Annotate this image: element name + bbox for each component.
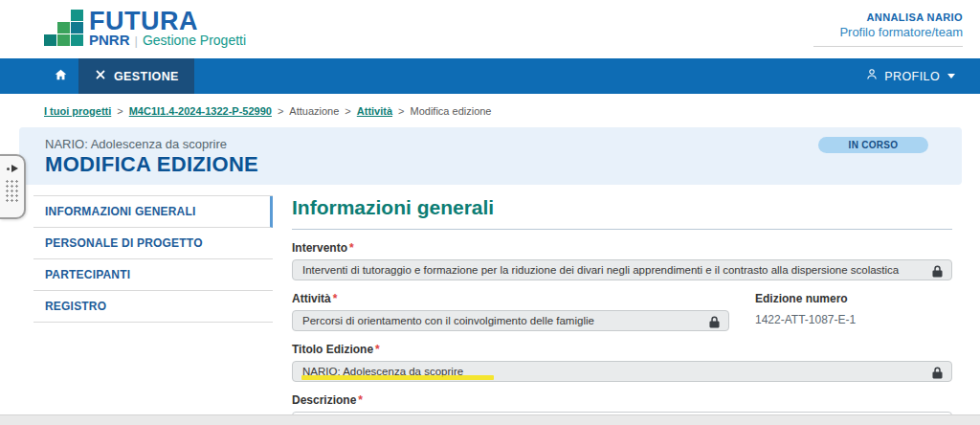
user-block: ANNALISA NARIO Profilo formatore/team [813,11,963,47]
sidebar-item-informazioni-generali[interactable]: INFORMAZIONI GENERALI [33,196,273,228]
accessibility-widget-tab[interactable] [0,154,26,219]
highlight-annotation [301,375,494,380]
breadcrumb-separator: > [345,105,350,117]
edizione-numero-value: 1422-ATT-1087-E-1 [755,313,856,326]
titolo-edizione-label: Titolo Edizione* [292,343,952,356]
section-title: Informazioni generali [292,196,952,219]
profile-dropdown-button[interactable]: PROFILO [865,58,980,94]
section-divider [292,229,952,230]
status-badge: IN CORSO [818,137,928,153]
titolo-edizione-field: NARIO: Adolescenza da scoprire [292,361,952,382]
sidebar-item-partecipanti[interactable]: PARTECIPANTI [33,259,273,291]
intervento-label: Intervento* [292,241,952,255]
sidebar-item-personale-di-progetto[interactable]: PERSONALE DI PROGETTO [33,228,273,259]
section-sidebar: INFORMAZIONI GENERALI PERSONALE DI PROGE… [33,195,273,323]
lock-icon [932,366,943,382]
drag-handle-dots-icon [5,179,19,203]
expand-arrow-icon [11,165,18,172]
required-asterisk: * [349,241,354,255]
page-title: MODIFICA EDIZIONE [45,152,258,177]
logo-pnrr: PNRR [89,33,130,47]
nav-tab-gestione-label: GESTIONE [114,70,179,83]
logo-title: FUTURA [89,10,246,33]
main-navbar: GESTIONE PROFILO [0,58,980,94]
chevron-down-icon [947,74,955,78]
required-asterisk: * [333,292,338,305]
breadcrumb-project-code[interactable]: M4C1I1.4-2024-1322-P-52990 [129,105,272,117]
breadcrumb-separator: > [398,105,404,117]
breadcrumb-modifica-edizione: Modifica edizione [411,105,492,117]
profile-dropdown-label: PROFILO [884,70,940,83]
required-asterisk: * [358,393,363,407]
person-icon [865,67,879,85]
breadcrumb-separator: > [278,105,283,117]
breadcrumb-attivita[interactable]: Attività [357,105,392,117]
edition-subtitle: NARIO: Adolescenza da scoprire [45,137,227,151]
futura-logo[interactable]: FUTURA PNRR | Gestione Progetti [44,10,246,48]
lock-icon [932,264,943,280]
home-icon [54,68,68,85]
required-asterisk: * [375,343,380,356]
home-button[interactable] [42,58,78,94]
edizione-numero-label: Edizione numero [755,292,856,305]
breadcrumb-i-tuoi-progetti[interactable]: I tuoi progetti [44,105,111,117]
tools-icon [94,68,107,85]
breadcrumb-attuazione: Attuazione [289,105,339,117]
page-bottom-strip [0,414,980,425]
descrizione-label: Descrizione* [292,393,952,407]
nav-tab-gestione[interactable]: GESTIONE [78,58,194,94]
user-underline [813,46,963,47]
page-header-band: NARIO: Adolescenza da scoprire MODIFICA … [19,127,962,185]
intervento-field: Interventi di tutoraggio e formazione pe… [292,259,952,280]
sidebar-item-registro[interactable]: REGISTRO [33,291,273,323]
logo-subtitle: Gestione Progetti [143,34,246,48]
breadcrumb-separator: > [117,105,122,117]
main-content: Informazioni generali Intervento* Interv… [292,196,952,425]
user-profile-link[interactable]: Profilo formatore/team [813,25,963,39]
logo-pipe: | [135,34,138,48]
attivita-label: Attività* [292,292,729,305]
lock-icon [709,315,720,331]
intervento-value: Interventi di tutoraggio e formazione pe… [302,264,899,276]
attivita-field: Percorsi di orientamento con il coinvolg… [292,310,729,331]
widget-dot-icon [7,168,10,170]
user-name: ANNALISA NARIO [813,11,963,23]
breadcrumb: I tuoi progetti > M4C1I1.4-2024-1322-P-5… [0,94,980,127]
top-header: FUTURA PNRR | Gestione Progetti ANNALISA… [0,0,980,58]
attivita-value: Percorsi di orientamento con il coinvolg… [302,315,594,326]
futura-stairs-icon [44,10,83,46]
